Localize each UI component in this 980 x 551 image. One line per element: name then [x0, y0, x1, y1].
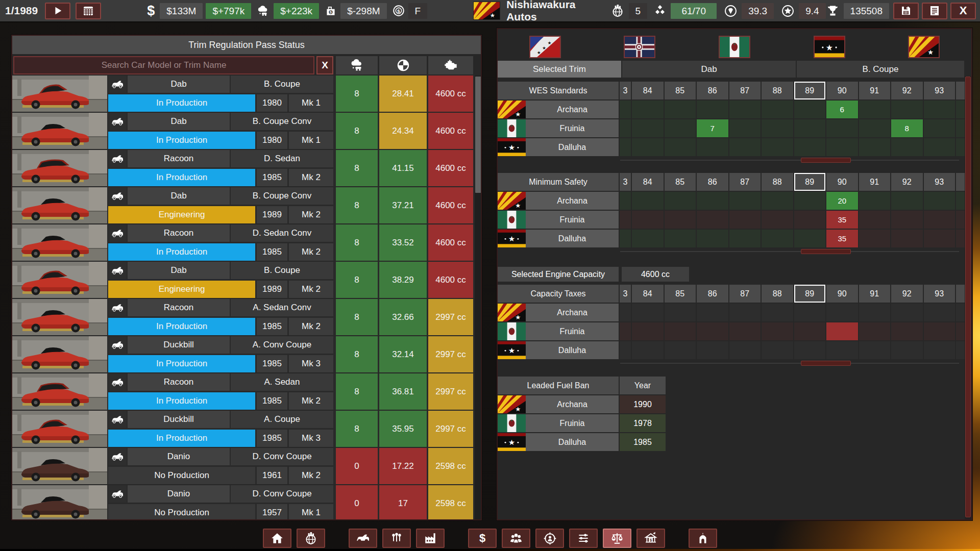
toolbar-components-button[interactable]: [382, 529, 411, 548]
list-item[interactable]: DabB. Coupe ConvEngineering1989Mk 2837.2…: [12, 187, 482, 223]
fuel-ban-year: 1985: [620, 433, 666, 451]
table-scrollbar-thumb[interactable]: [801, 361, 851, 366]
country-flag-fruinia: [498, 211, 526, 229]
list-item[interactable]: DuckbillA. CoupeIn Production1985Mk 3835…: [12, 411, 482, 447]
prestige-diamond-icon: [724, 4, 738, 18]
reg-cell-86: [697, 192, 728, 210]
toolbar-home-button[interactable]: [263, 529, 291, 548]
reg-cell-86: [697, 230, 728, 247]
search-input[interactable]: [13, 56, 314, 74]
leaded-fuel-ban-table: Leaded Fuel BanYear ★Archana1990 Fruinia…: [498, 377, 666, 451]
reg-cell-87: [729, 341, 761, 359]
settings-icon: [576, 532, 591, 545]
market-flag-fruinia[interactable]: [719, 36, 750, 58]
market-flag-naval[interactable]: [624, 36, 655, 58]
save-button[interactable]: [893, 3, 919, 19]
model-name: Dab: [128, 187, 230, 205]
list-item[interactable]: DabB. Coupe ConvIn Production1980Mk 1824…: [12, 113, 482, 149]
table-scrollbar[interactable]: [498, 361, 966, 366]
trim-year: 1980: [257, 94, 287, 112]
year-header-87: 87: [729, 285, 761, 303]
reg-cell-89: [794, 211, 826, 229]
list-item[interactable]: DabB. CoupeEngineering1989Mk 2838.294600…: [12, 262, 482, 298]
toolbar-finances-button[interactable]: $: [468, 529, 497, 548]
play-button[interactable]: [45, 3, 70, 19]
market-flag-dalluha[interactable]: ★: [814, 36, 845, 58]
capacity-value: 2598 cc: [428, 448, 473, 484]
trophy-icon: [826, 4, 840, 18]
cash-value: $133M: [160, 3, 203, 19]
reg-cell-84: [632, 304, 664, 321]
list-scrollbar-thumb[interactable]: [475, 77, 481, 193]
toolbar-factory-button[interactable]: [416, 529, 445, 548]
toolbar-car-button[interactable]: [349, 529, 377, 548]
calendar-button[interactable]: [76, 3, 101, 19]
table-scrollbar[interactable]: [498, 158, 966, 163]
table-scrollbar-thumb[interactable]: [801, 158, 851, 163]
clear-search-button[interactable]: X: [316, 56, 333, 74]
country-label: Fruinia: [498, 211, 619, 229]
country-name: Fruinia: [526, 211, 619, 229]
year-header-87: 87: [729, 173, 761, 191]
year-header-89: 89: [794, 285, 826, 303]
production-status: In Production: [108, 355, 255, 372]
year-header-87: 87: [729, 82, 761, 99]
svg-text:★: ★: [515, 406, 521, 413]
net-change: $-298M: [340, 3, 386, 19]
svg-text:★: ★: [515, 314, 521, 321]
play-icon: [52, 5, 63, 16]
car-thumbnail: [12, 299, 107, 335]
toolbar-stock-market-button[interactable]: $: [636, 529, 665, 548]
list-item[interactable]: DuckbillA. Conv CoupeIn Production1985Mk…: [12, 336, 482, 372]
reg-cell-85: [665, 322, 696, 340]
trim-mark: Mk 3: [289, 355, 333, 372]
score-value: 135508: [844, 3, 889, 19]
car-type-icon: [108, 299, 127, 316]
wes-standards-table: WES Standards384858687888990919293 ★Arch…: [498, 82, 966, 163]
reg-cell-85: [665, 101, 696, 118]
list-item[interactable]: RacoonD. SedanIn Production1985Mk 2841.1…: [12, 150, 482, 186]
toolbar-regulations-button[interactable]: [603, 529, 631, 548]
emissions-value: 8: [336, 373, 378, 410]
panel-scrollbar[interactable]: [965, 76, 971, 519]
reports-button[interactable]: [922, 3, 947, 19]
list-item[interactable]: DanioD. Conv CoupeNo Production1961Mk 20…: [12, 448, 482, 484]
market-flag-archana[interactable]: ★: [908, 36, 940, 58]
reg-cell-91: [859, 192, 891, 210]
close-button[interactable]: X: [950, 3, 976, 19]
list-item[interactable]: DabB. CoupeIn Production1980Mk 1828.4146…: [12, 76, 482, 112]
toolbar-marketing-button[interactable]: [535, 529, 564, 548]
trim-year: 1989: [257, 206, 287, 223]
reg-cell-84: [632, 230, 664, 247]
list-item[interactable]: DanioD. Conv CoupeNo Production1957Mk 10…: [12, 485, 482, 520]
toolbar-globe-city-button[interactable]: [297, 529, 325, 548]
country-label: ★ Dalluha: [498, 433, 619, 451]
table-scrollbar-thumb[interactable]: [801, 249, 851, 254]
save-icon: [900, 5, 912, 17]
reports-icon: [928, 5, 941, 17]
country-row: ★ Dalluha: [498, 138, 966, 156]
trim-mark: Mk 2: [289, 281, 333, 298]
list-item[interactable]: RacoonD. Sedan ConvIn Production1985Mk 2…: [12, 224, 482, 261]
rating-star-icon: [781, 4, 795, 18]
reg-cell-91: [859, 119, 891, 137]
trim-name: A. Sedan Conv: [231, 299, 333, 316]
safety-value: 24.34: [379, 113, 427, 149]
year-header-89: 89: [794, 82, 826, 99]
list-scrollbar[interactable]: [475, 76, 482, 520]
reg-cell-86: [697, 211, 728, 229]
trim-year: 1957: [257, 504, 287, 520]
market-flag-slot: ★ ★ ★: [498, 35, 593, 59]
toolbar-settings-button[interactable]: [569, 529, 598, 548]
reg-cell-88: [762, 304, 793, 321]
market-flag-diagstars[interactable]: ★ ★ ★: [529, 36, 561, 58]
table-scrollbar[interactable]: [498, 249, 966, 255]
panel-scrollbar-thumb[interactable]: [965, 77, 971, 517]
search-row: X: [12, 56, 481, 75]
toolbar-personnel-button[interactable]: [502, 529, 530, 548]
toolbar-headquarters-button[interactable]: [689, 529, 717, 548]
list-item[interactable]: RacoonA. Sedan ConvIn Production1985Mk 2…: [12, 299, 482, 335]
list-item[interactable]: RacoonA. SedanIn Production1985Mk 2836.8…: [12, 373, 482, 410]
capacity-label: Selected Engine Capacity: [498, 267, 619, 282]
reg-cell-92: [891, 322, 923, 340]
